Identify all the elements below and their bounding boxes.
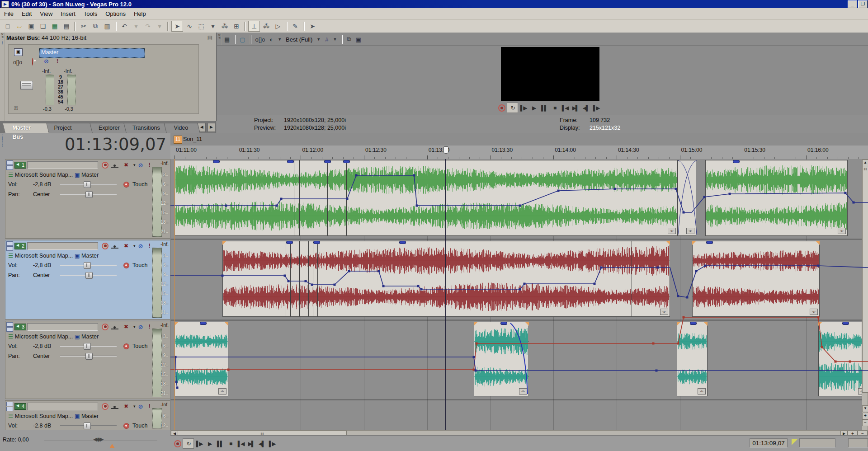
preview-previous-frame-button[interactable]: ◀▌ — [580, 103, 591, 113]
track-solo-icon[interactable]: ⊘ — [138, 324, 143, 330]
tab-scroll-right-icon[interactable]: ▶ — [208, 123, 215, 132]
zoom-in-track-icon[interactable]: + — [862, 413, 868, 419]
audio-event[interactable]: ◃▹ — [705, 160, 848, 236]
preview-stop-button[interactable]: ■ — [549, 103, 560, 113]
arrow-outline-icon[interactable]: ▷ — [273, 21, 283, 31]
track-envelope-icon[interactable] — [111, 163, 118, 168]
lock-fader-icon[interactable]: ⚿ — [14, 105, 18, 111]
tab-master-bus[interactable]: Master Bus — [2, 123, 49, 133]
audio-event[interactable]: ◃▹ — [474, 322, 529, 396]
track-phase-icon[interactable]: ǃ — [149, 324, 151, 330]
bus-assign-icon[interactable]: ▣ — [75, 172, 80, 178]
event-fx-icon[interactable]: ◃▹ — [218, 388, 226, 395]
track-phase-icon[interactable]: ǃ — [149, 162, 151, 168]
quality-arrow-icon[interactable]: ▼ — [316, 37, 321, 42]
pan-value[interactable]: Center — [33, 191, 50, 197]
audio-event[interactable]: ◃▹ — [678, 160, 696, 236]
record-button[interactable] — [172, 439, 183, 448]
automation-mode[interactable]: Touch — [132, 181, 147, 188]
selection-length-field[interactable] — [799, 438, 835, 447]
track-minimize-icon[interactable] — [6, 241, 14, 251]
panel-grip[interactable]: ✕◂⋮⋮ — [0, 33, 5, 121]
rate-slider-handle[interactable]: ◀◆▶ — [93, 436, 103, 442]
audio-event[interactable]: ◃▹ — [175, 160, 678, 236]
automation-gear-icon[interactable] — [123, 343, 129, 349]
automation-gear-icon[interactable] — [123, 263, 129, 268]
rate-marker-icon[interactable] — [109, 444, 115, 448]
menu-view[interactable]: View — [36, 9, 57, 18]
vertical-scrollbar[interactable]: ▲ ▼ + − — [862, 159, 868, 430]
volume-slider[interactable] — [60, 423, 117, 428]
copy-icon[interactable]: ⧉ — [90, 21, 101, 31]
vol-value[interactable]: -2,8 dB — [33, 262, 51, 268]
track-solo-icon[interactable]: ⊘ — [138, 403, 143, 410]
bus-assign-icon[interactable]: ▣ — [75, 334, 80, 340]
render-as-icon[interactable]: ▦ — [49, 21, 60, 31]
track-mute-icon[interactable]: ✖ — [124, 162, 128, 168]
preview-go-to-start-button[interactable]: ▌◀ — [560, 103, 570, 113]
help-tool-icon[interactable]: ➤ — [307, 21, 318, 31]
redo-arrow-icon[interactable]: ▾ — [154, 21, 165, 31]
bus-mute-icon[interactable]: ⊘ — [44, 58, 49, 65]
mute-arrow-icon[interactable]: ▾ — [133, 244, 136, 248]
grid-icon[interactable]: ⁂ — [261, 21, 272, 31]
play-from-start-button[interactable]: ▌▶ — [194, 439, 204, 448]
zoom-out-track-icon[interactable]: − — [862, 419, 868, 426]
marker-tag[interactable]: 11 — [174, 136, 182, 144]
track-device[interactable]: Microsoft Sound Map... — [15, 334, 73, 340]
event-fx-icon[interactable]: ◃▹ — [838, 228, 846, 234]
track-minimize-icon[interactable] — [6, 402, 14, 411]
mute-arrow-icon[interactable]: ▾ — [133, 324, 136, 329]
preview-go-to-end-button[interactable]: ▶▌ — [570, 103, 580, 113]
tool-dropdown-icon[interactable]: ▾ — [208, 21, 218, 31]
preview-pause-button[interactable]: ▌▌ — [539, 103, 549, 113]
track-area[interactable]: ◃▹◃▹◃▹◃▹◃▹◃▹◃▹◃▹◃▹ — [170, 159, 868, 430]
marker-bar[interactable]: 11 Son_11 — [170, 133, 868, 146]
tab-transitions[interactable]: Transitions — [123, 123, 169, 133]
track-minimize-icon[interactable] — [6, 160, 14, 170]
track-device[interactable]: Microsoft Sound Map... — [15, 413, 73, 419]
stop-button[interactable]: ■ — [225, 439, 236, 448]
track-bus[interactable]: Master — [81, 413, 99, 419]
audio-event[interactable]: ◃▹ — [175, 322, 228, 396]
tab-video-f[interactable]: Video F — [164, 123, 200, 133]
track-phase-icon[interactable]: ǃ — [149, 243, 151, 249]
menu-file[interactable]: File — [0, 9, 18, 18]
envelope-edit-tool-icon[interactable]: ∿ — [184, 21, 195, 31]
track-solo-icon[interactable]: ⊘ — [138, 243, 143, 249]
time-ruler[interactable]: 01:11:0001:11:3001:12:0001:12:3001:13:00… — [170, 146, 868, 160]
mute-arrow-icon[interactable]: ▾ — [133, 404, 136, 409]
minimize-button[interactable]: _ — [848, 0, 857, 8]
undo-arrow-icon[interactable]: ▾ — [131, 21, 142, 31]
save-snapshot-icon[interactable]: ▣ — [356, 36, 361, 43]
edit-details-icon[interactable]: ▤ — [61, 21, 72, 31]
volume-slider[interactable] — [60, 343, 117, 349]
bus-solo-icon[interactable]: ǃ — [57, 58, 58, 64]
menu-options[interactable]: Options — [101, 9, 130, 18]
vol-value[interactable]: -2.8 dB — [33, 423, 51, 429]
pan-slider[interactable] — [60, 191, 117, 197]
scroll-down-icon[interactable]: ▼ — [862, 405, 868, 412]
pan-value[interactable]: Center — [33, 272, 50, 278]
preview-quality-select[interactable]: Best (Full) — [286, 36, 312, 43]
preview-next-frame-button[interactable]: ▌▶ — [591, 103, 601, 113]
copy-snapshot-icon[interactable]: ⧉ — [347, 36, 351, 43]
automation-mode[interactable]: Touch — [132, 343, 147, 349]
track-arm-record-icon[interactable] — [102, 243, 108, 249]
pause-button[interactable]: ▌▌ — [215, 439, 225, 448]
track-device[interactable]: Microsoft Sound Map... — [15, 172, 73, 178]
paste-icon[interactable]: ▥ — [102, 21, 113, 31]
undo-icon[interactable]: ↶ — [119, 21, 130, 31]
event-fx-icon[interactable]: ◃▹ — [810, 309, 818, 315]
tracklist-grip[interactable]: ⋮⋮⋮⋮⋮ — [0, 135, 5, 162]
preview-list-icon[interactable]: ▤ — [224, 36, 230, 43]
new-project-icon[interactable]: □ — [2, 21, 13, 31]
previous-frame-button[interactable]: ◀▌ — [256, 439, 267, 448]
mute-arrow-icon[interactable]: ▾ — [133, 163, 136, 167]
track-header-3[interactable]: 3✖▾⊘ǃ☰ Microsoft Sound Map... ▣ MasterVo… — [5, 321, 170, 399]
tab-project-media[interactable]: Project Media — [44, 123, 95, 133]
automation-gear-icon[interactable] — [123, 423, 129, 429]
vertical-scroll-thumb[interactable] — [862, 166, 868, 393]
event-fx-icon[interactable]: ◃▹ — [668, 228, 676, 234]
play-button[interactable]: ▶ — [204, 439, 215, 448]
